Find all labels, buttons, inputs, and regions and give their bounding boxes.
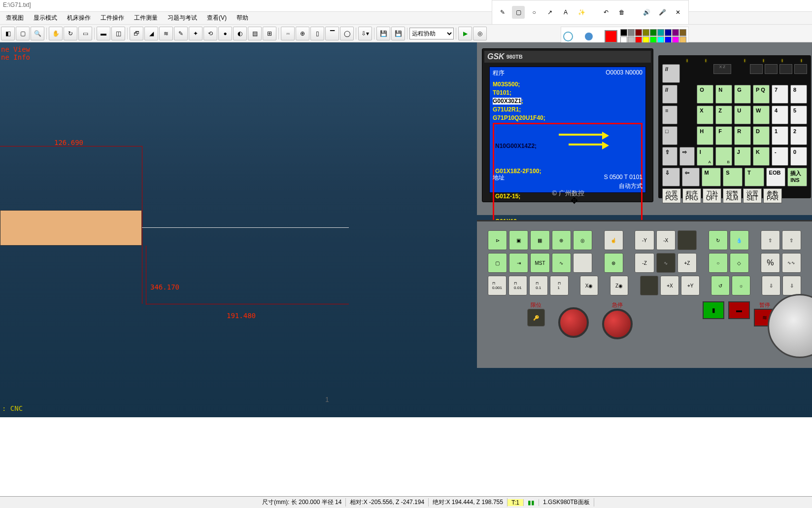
menu-item[interactable]: 帮助 (232, 12, 253, 24)
key-z[interactable]: Z (715, 106, 732, 124)
color-swatch[interactable] (643, 29, 649, 36)
active-color[interactable] (605, 30, 617, 43)
nav-key[interactable]: ⇩ (662, 168, 680, 186)
jog-btn[interactable]: -X (656, 230, 676, 250)
remote-combo[interactable]: 远程协助 (409, 28, 454, 39)
tool-icon[interactable]: ⇩▾ (358, 27, 372, 40)
mode-btn[interactable]: ⊕ (552, 230, 571, 250)
jog-btn[interactable]: +Y (681, 276, 700, 295)
menu-item[interactable]: 习题与考试 (163, 12, 202, 24)
key-o[interactable]: O (697, 85, 713, 104)
key-g[interactable]: G (734, 85, 751, 104)
key-x[interactable]: X (697, 106, 713, 124)
arrow-icon[interactable]: ↗ (543, 6, 556, 19)
tool-icon[interactable]: ◐ (233, 27, 247, 40)
mode-btn[interactable]: ▦ (530, 230, 549, 250)
coolant-btn[interactable]: 💧 (730, 230, 749, 250)
color-swatch[interactable] (628, 29, 635, 36)
key-r[interactable]: R (734, 126, 751, 145)
mode-btn[interactable]: ⊛ (604, 253, 623, 273)
tool-icon[interactable]: ≋ (159, 27, 173, 40)
key-8[interactable]: 8 (790, 85, 807, 104)
dot-icon[interactable] (563, 32, 573, 41)
step-btn[interactable]: ⊓1 (550, 276, 569, 295)
color-swatch[interactable] (650, 29, 657, 36)
tool-icon[interactable]: ▤ (248, 27, 262, 40)
menu-item[interactable]: 显示模式 (29, 12, 62, 24)
fn-key-set[interactable]: 设置SET (743, 188, 762, 203)
key-w[interactable]: W (753, 106, 770, 124)
tool-icon[interactable]: 🗗 (130, 27, 143, 40)
tool-btn[interactable]: ◇ (730, 253, 749, 273)
mode-btn[interactable]: MST (530, 253, 549, 273)
key-j[interactable]: J (734, 147, 751, 166)
spindle-btn[interactable]: ↺ (711, 276, 730, 295)
rect-icon[interactable]: ▢ (512, 6, 525, 19)
mode-btn[interactable]: ∿ (552, 253, 571, 273)
key-2[interactable]: 2 (790, 126, 807, 145)
text-icon[interactable]: A (559, 6, 572, 19)
tool-icon[interactable]: 🔍 (31, 27, 44, 40)
mode-btn[interactable]: ▣ (509, 230, 528, 250)
hand-icon[interactable]: ✋ (49, 27, 63, 40)
jog-btn[interactable]: -Y (635, 230, 654, 250)
mode-btn[interactable]: ☝ (604, 230, 623, 250)
mic-icon[interactable]: 🎤 (656, 6, 669, 19)
tool-icon[interactable]: ▭ (78, 27, 92, 40)
tool-icon[interactable]: ◧ (1, 27, 15, 40)
key-n[interactable]: N (715, 85, 732, 104)
limit-key[interactable]: 🔑 (527, 309, 545, 327)
ref-btn[interactable]: X◉ (580, 276, 599, 295)
key-f[interactable]: F (715, 126, 732, 145)
key-插入 ins[interactable]: 插入 INS (787, 168, 807, 186)
nav-key[interactable]: ⇦ (682, 168, 700, 186)
key-t[interactable]: T (744, 168, 764, 186)
jog-btn[interactable]: +Z (677, 253, 697, 273)
estop-button[interactable] (558, 307, 589, 338)
tool-icon[interactable]: ◯ (340, 27, 354, 40)
tool-icon[interactable]: ⎓ (281, 27, 295, 40)
speaker-icon[interactable]: 🔊 (640, 6, 653, 19)
nav-key[interactable]: ≡ (662, 106, 677, 124)
undo-icon[interactable]: ↶ (600, 6, 612, 19)
mode-btn[interactable]: ⊳ (488, 230, 507, 250)
spindle-btn[interactable]: ☼ (732, 276, 750, 295)
save-icon[interactable]: 💾 (376, 27, 390, 40)
nav-key[interactable]: ⇨ (679, 147, 695, 166)
tool-icon[interactable]: ✦ (189, 27, 203, 40)
key-s[interactable]: S (723, 168, 743, 186)
key-u[interactable]: U (734, 106, 751, 124)
rotate-icon[interactable]: ↻ (64, 27, 77, 40)
override-btn[interactable]: ⇩ (782, 276, 801, 295)
spindle-btn[interactable]: ○ (709, 253, 728, 273)
key-7[interactable]: 7 (772, 85, 788, 104)
key-eob[interactable]: EOB (766, 168, 786, 186)
nav-key[interactable]: // (662, 85, 677, 104)
pen-icon[interactable]: ✎ (496, 6, 509, 19)
highlight-icon[interactable]: ✨ (575, 6, 588, 19)
nav-key[interactable]: ⇧ (662, 147, 677, 166)
tool-icon[interactable]: ⊞ (263, 27, 276, 40)
tool-icon[interactable]: ▔ (325, 27, 339, 40)
key-d[interactable]: D (753, 126, 770, 145)
viewport[interactable]: ne View ne Info : CNC 126.690 346.170 19… (0, 42, 812, 417)
fn-key-prg[interactable]: 程序PRG (682, 188, 701, 203)
jog-btn[interactable]: -Z (635, 253, 654, 273)
key-m[interactable]: M (702, 168, 721, 186)
stop-btn[interactable]: ▬ (728, 301, 750, 319)
mode-btn[interactable] (573, 253, 592, 273)
estop-button[interactable] (602, 309, 633, 339)
step-btn[interactable]: ⊓0.01 (508, 276, 527, 295)
menu-item[interactable]: 查视图 (1, 12, 29, 24)
color-swatch[interactable] (657, 29, 664, 36)
jog-btn[interactable] (640, 276, 659, 295)
color-swatch[interactable] (620, 29, 627, 36)
key-1[interactable]: 1 (772, 126, 788, 145)
key-slash[interactable]: // (662, 64, 680, 83)
menu-item[interactable]: 工件测量 (129, 12, 163, 24)
override-btn[interactable]: ⇧ (782, 230, 801, 250)
mode-btn[interactable]: ▢ (488, 253, 507, 273)
tool-icon[interactable]: ⊕ (296, 27, 309, 40)
menu-item[interactable]: 机床操作 (62, 12, 96, 24)
menu-item[interactable]: 查看(V) (202, 12, 232, 24)
